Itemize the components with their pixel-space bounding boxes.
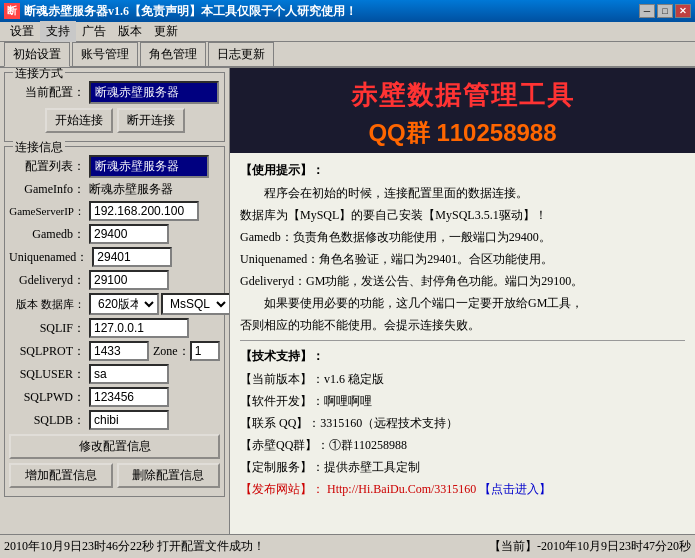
status-right-text: 【当前】-2010年10月9日23时47分20秒 (489, 538, 691, 555)
disconnect-button[interactable]: 断开连接 (117, 108, 185, 133)
info-panel: 【使用提示】： 程序会在初始的时候，连接配置里面的数据连接。 数据库为【MySQ… (230, 153, 695, 534)
sqldb-input[interactable] (89, 410, 169, 430)
sqlprot-input[interactable] (89, 341, 149, 361)
connection-info-title: 连接信息 (13, 139, 65, 156)
config-list-label: 配置列表： (9, 158, 89, 175)
version-row: 版本 数据库： 620版本 MsSQL库 (9, 293, 220, 315)
menu-ads[interactable]: 广告 (76, 21, 112, 42)
maximize-button[interactable]: □ (657, 4, 673, 18)
modify-config-button[interactable]: 修改配置信息 (9, 434, 220, 459)
version-label: 版本 数据库： (9, 297, 89, 312)
tab-initial-settings[interactable]: 初始设置 (4, 42, 70, 67)
version-select[interactable]: 620版本 (89, 293, 159, 315)
gamedb-input[interactable] (89, 224, 169, 244)
connect-button[interactable]: 开始连接 (45, 108, 113, 133)
banner-subtitle: QQ群 110258988 (234, 117, 691, 149)
usage-title: 【使用提示】： (240, 161, 685, 180)
window-controls: ─ □ ✕ (639, 4, 691, 18)
uniquenamed-label: Uniquenamed： (9, 249, 92, 266)
app-icon: 断 (4, 3, 20, 19)
gameinfo-value: 断魂赤壁服务器 (89, 181, 173, 198)
status-bar: 2010年10月9日23时46分22秒 打开配置文件成功！ 【当前】-2010年… (0, 534, 695, 558)
zone-input[interactable] (190, 341, 220, 361)
menu-settings[interactable]: 设置 (4, 21, 40, 42)
tech-chibi-qq: 【赤壁QQ群】：①群110258988 (240, 436, 685, 454)
menu-version[interactable]: 版本 (112, 21, 148, 42)
sqlpwd-label: SQLPWD： (9, 389, 89, 406)
tech-website-row: 【发布网站】： Http://Hi.BaiDu.Com/3315160 【点击进… (240, 480, 685, 498)
gamedb-label: Gamedb： (9, 226, 89, 243)
right-panel: 赤壁数据管理工具 QQ群 110258988 【使用提示】： 程序会在初始的时候… (230, 68, 695, 534)
sqlif-row: SQLIF： (9, 318, 220, 338)
uniquenamed-row: Uniquenamed： (9, 247, 220, 267)
gdeliveryd-label: Gdeliveryd： (9, 272, 89, 289)
current-config-label: 当前配置： (9, 84, 89, 101)
connection-group-title: 连接方式 (13, 68, 65, 82)
sqlprot-label: SQLPROT： (9, 343, 89, 360)
tab-role-management[interactable]: 角色管理 (140, 42, 206, 66)
db-select[interactable]: MsSQL库 (161, 293, 230, 315)
tab-log-update[interactable]: 日志更新 (208, 42, 274, 66)
usage-text5: Gdeliveryd：GM功能，发送公告、封停角色功能。端口为29100。 (240, 272, 685, 290)
close-button[interactable]: ✕ (675, 4, 691, 18)
banner-title: 赤壁数据管理工具 (234, 78, 691, 113)
sqlprot-row: SQLPROT： Zone： (9, 341, 220, 361)
current-config-select[interactable]: 断魂赤壁服务器 (89, 81, 219, 104)
menu-update[interactable]: 更新 (148, 21, 184, 42)
minimize-button[interactable]: ─ (639, 4, 655, 18)
info-divider (240, 340, 685, 341)
delete-config-button[interactable]: 删除配置信息 (117, 463, 221, 488)
usage-text2: 数据库为【MySQL】的要自己安装【MySQL3.5.1驱动】！ (240, 206, 685, 224)
uniquenamed-input[interactable] (92, 247, 172, 267)
usage-text3: Gamedb：负责角色数据修改功能使用，一般端口为29400。 (240, 228, 685, 246)
tech-website-link[interactable]: 【点击进入】 (479, 482, 551, 496)
tech-website-url: Http://Hi.BaiDu.Com/3315160 (327, 482, 476, 496)
left-panel: 连接方式 当前配置： 断魂赤壁服务器 开始连接 断开连接 连接信息 配置列 (0, 68, 230, 534)
main-content: 连接方式 当前配置： 断魂赤壁服务器 开始连接 断开连接 连接信息 配置列 (0, 68, 695, 534)
tech-qq: 【联系 QQ】：3315160（远程技术支持） (240, 414, 685, 432)
config-list-value[interactable]: 断魂赤壁服务器 (89, 155, 209, 178)
usage-text4: Uniquenamed：角色名验证，端口为29401。合区功能使用。 (240, 250, 685, 268)
connection-info-group: 连接信息 配置列表： 断魂赤壁服务器 GameInfo： 断魂赤壁服务器 Gam… (4, 146, 225, 497)
tab-account-management[interactable]: 账号管理 (72, 42, 138, 66)
window-title: 断魂赤壁服务器v1.6【免责声明】本工具仅限于个人研究使用！ (24, 3, 639, 20)
menu-support[interactable]: 支持 (40, 21, 76, 42)
usage-text6: 如果要使用必要的功能，这几个端口一定要开放给GM工具， (240, 294, 685, 312)
gameserverip-row: GameServerIP： (9, 201, 220, 221)
gameserverip-label: GameServerIP： (9, 204, 89, 219)
sqldb-label: SQLDB： (9, 412, 89, 429)
title-bar: 断 断魂赤壁服务器v1.6【免责声明】本工具仅限于个人研究使用！ ─ □ ✕ (0, 0, 695, 22)
current-config-row: 当前配置： 断魂赤壁服务器 (9, 81, 220, 104)
banner: 赤壁数据管理工具 QQ群 110258988 (230, 68, 695, 153)
connection-group: 连接方式 当前配置： 断魂赤壁服务器 开始连接 断开连接 (4, 72, 225, 142)
sqluser-input[interactable] (89, 364, 169, 384)
gdeliveryd-row: Gdeliveryd： (9, 270, 220, 290)
tech-title: 【技术支持】： (240, 347, 685, 366)
usage-text7: 否则相应的功能不能使用。会提示连接失败。 (240, 316, 685, 334)
menu-bar: 设置 支持 广告 版本 更新 (0, 22, 695, 42)
sqlpwd-input[interactable] (89, 387, 169, 407)
gamedb-row: Gamedb： (9, 224, 220, 244)
zone-label: Zone： (153, 343, 190, 360)
gameserverip-input[interactable] (89, 201, 199, 221)
sqlif-label: SQLIF： (9, 320, 89, 337)
status-left-text: 2010年10月9日23时46分22秒 打开配置文件成功！ (4, 538, 489, 555)
sqluser-row: SQLUSER： (9, 364, 220, 384)
config-list-row: 配置列表： 断魂赤壁服务器 (9, 155, 220, 178)
tab-bar: 初始设置 账号管理 角色管理 日志更新 (0, 42, 695, 68)
gameinfo-label: GameInfo： (9, 181, 89, 198)
sqldb-row: SQLDB： (9, 410, 220, 430)
tech-version: 【当前版本】：v1.6 稳定版 (240, 370, 685, 388)
gdeliveryd-input[interactable] (89, 270, 169, 290)
tech-dev: 【软件开发】：啊哩啊哩 (240, 392, 685, 410)
sqlpwd-row: SQLPWD： (9, 387, 220, 407)
tech-website-label: 【发布网站】： (240, 482, 324, 496)
add-config-button[interactable]: 增加配置信息 (9, 463, 113, 488)
gameinfo-row: GameInfo： 断魂赤壁服务器 (9, 181, 220, 198)
tech-custom: 【定制服务】：提供赤壁工具定制 (240, 458, 685, 476)
usage-text1: 程序会在初始的时候，连接配置里面的数据连接。 (240, 184, 685, 202)
sqlif-input[interactable] (89, 318, 189, 338)
sqluser-label: SQLUSER： (9, 366, 89, 383)
